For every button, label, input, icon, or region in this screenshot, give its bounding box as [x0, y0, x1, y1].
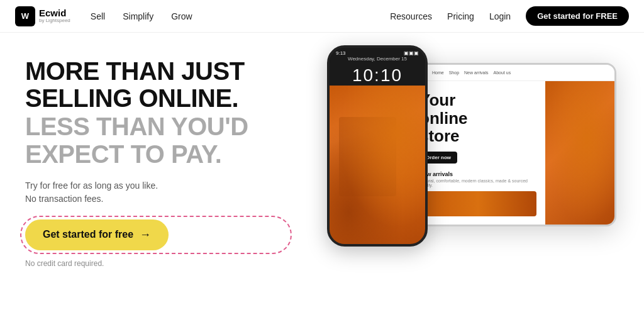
hero-cta-button[interactable]: Get started for free →	[25, 219, 169, 250]
tablet-new-arrivals-sub: Natural, comfortable, modern classics, m…	[419, 179, 536, 187]
tablet-nav-about: About us	[494, 70, 511, 75]
logo-subtitle: by Lightspeed	[39, 18, 70, 24]
nav-login[interactable]: Login	[489, 11, 511, 21]
phone-date: Wednesday, December 15	[330, 56, 425, 62]
nav-pricing[interactable]: Pricing	[447, 11, 474, 21]
tablet-store-heading: Your online store	[419, 91, 536, 145]
logo-icon: W	[15, 6, 35, 26]
navbar: W Ecwid by Lightspeed Sell Simplify Grow…	[0, 0, 644, 33]
tablet-store-line3: store	[419, 127, 536, 145]
hero-subtext-line2: No transaction fees.	[25, 194, 104, 204]
tablet-content: Your online store Order now New arrivals…	[411, 81, 545, 225]
nav-sell[interactable]: Sell	[91, 11, 105, 21]
logo-text: Ecwid by Lightspeed	[39, 8, 70, 24]
nav-cta-button[interactable]: Get started for FREE	[526, 6, 629, 26]
hero-left: MORE THAN JUST SELLING ONLINE. LESS THAN…	[0, 33, 302, 322]
phone-signal: ▣▣▣	[404, 50, 419, 56]
tablet-right-jacket-image	[545, 81, 614, 225]
tablet-nav: W Home Shop New arrivals About us	[411, 65, 614, 81]
nav-resources[interactable]: Resources	[390, 11, 432, 21]
tablet-new-arrivals-label: New arrivals	[419, 171, 536, 177]
hero-no-cc: No credit card required.	[25, 259, 287, 268]
phone-jacket-image	[330, 86, 425, 244]
tablet-image-strip	[419, 191, 536, 216]
phone-time-small: 9:13	[336, 50, 346, 56]
hero-headline-black: MORE THAN JUST SELLING ONLINE.	[25, 58, 287, 112]
nav-grow[interactable]: Grow	[171, 11, 192, 21]
phone-mockup: 9:13 ▣▣▣ Wednesday, December 15 10:10	[327, 45, 428, 247]
tablet-nav-shop: Shop	[449, 70, 459, 75]
tablet-store-line2: online	[419, 109, 536, 128]
hero-cta-wrapper: Get started for free →	[25, 219, 287, 250]
hero-cta-label: Get started for free	[43, 229, 133, 240]
nav-simplify[interactable]: Simplify	[123, 11, 153, 21]
phone-jacket-detail	[330, 86, 425, 244]
phone-time: 10:10	[330, 64, 425, 86]
tablet-nav-new-arrivals: New arrivals	[464, 70, 489, 75]
hero-cta-arrow: →	[140, 228, 151, 242]
tablet-nav-home: Home	[432, 70, 444, 75]
hero-subtext: Try for free for as long as you like. No…	[25, 179, 287, 206]
hero-headline-gray: LESS THAN YOU'D EXPECT TO PAY.	[25, 113, 287, 167]
tablet-store-line1: Your	[419, 91, 536, 109]
tablet-mockup: W Home Shop New arrivals About us Your o…	[409, 63, 616, 226]
hero-right: 9:13 ▣▣▣ Wednesday, December 15 10:10 W …	[302, 33, 644, 322]
hero-subtext-line1: Try for free for as long as you like.	[25, 180, 158, 191]
nav-links-right: Resources Pricing Login Get started for …	[390, 6, 629, 26]
nav-links-left: Sell Simplify Grow	[91, 11, 390, 21]
hero-section: MORE THAN JUST SELLING ONLINE. LESS THAN…	[0, 33, 644, 322]
tablet-nav-links: Home Shop New arrivals About us	[432, 70, 511, 75]
logo-name: Ecwid	[39, 8, 70, 19]
tablet-body: Your online store Order now New arrivals…	[411, 81, 614, 225]
phone-screen: 9:13 ▣▣▣ Wednesday, December 15 10:10	[330, 48, 425, 244]
logo[interactable]: W Ecwid by Lightspeed	[15, 6, 70, 26]
phone-status-bar: 9:13 ▣▣▣	[330, 48, 425, 56]
